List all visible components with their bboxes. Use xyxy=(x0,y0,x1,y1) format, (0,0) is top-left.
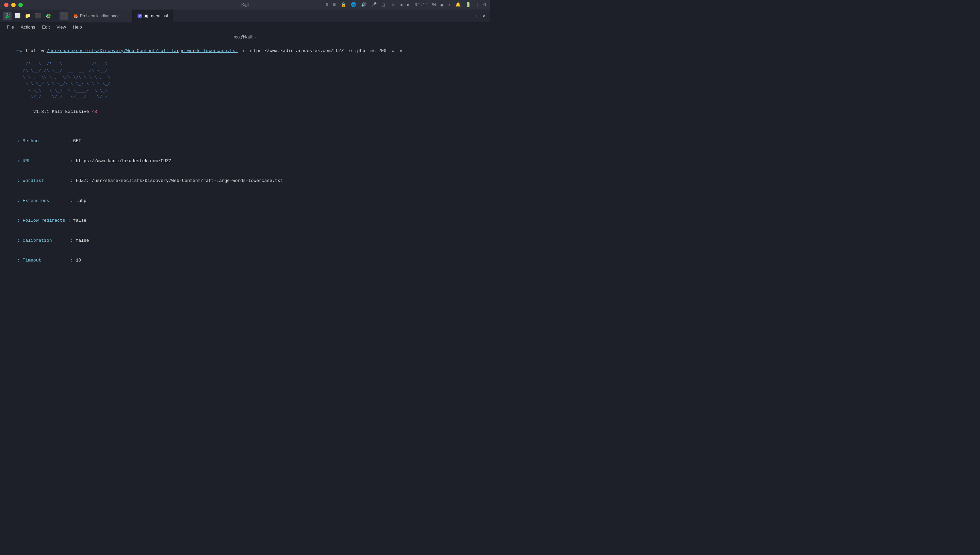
version-text: v1.3.1 Kali Exclusive xyxy=(14,109,92,114)
network-icon: 🌐 xyxy=(351,2,356,8)
bell-icon: 🔔 xyxy=(455,2,461,8)
titlebar: Kali ⊞ ⊟ 🔒 🌐 🔊 🎤 🖨 🖥 ◀ ▶ 02:12 PM ▣ ♪ 🔔 … xyxy=(0,0,490,10)
config-timeout: :: Timeout : 10 xyxy=(4,251,486,271)
grid-icon: ⊟ xyxy=(333,2,336,8)
menu-view[interactable]: View xyxy=(53,22,69,32)
sep-icon: | xyxy=(476,2,479,8)
mic-icon: 🎤 xyxy=(371,2,377,8)
firefox-icon: 🦊 xyxy=(73,14,78,18)
window-title: Kali xyxy=(241,2,249,8)
ascii-art-line5: \ \_\ \ \_\ \ \____/ \ \_\ xyxy=(4,87,486,94)
kali-dragon-icon[interactable]: 🐉 xyxy=(3,11,11,21)
terminal-title: root@Kali: ~ xyxy=(234,35,257,39)
ascii-art-line6: \/_/ \/_/ \/___/ \/_/ xyxy=(4,94,486,101)
lock-icon: 🔒 xyxy=(341,2,346,8)
command-flags: -u https://www.kadinlaradestek.com/FUZZ … xyxy=(238,48,403,53)
maximize-btn[interactable]: □ xyxy=(477,14,479,18)
battery-icon: 🔋 xyxy=(466,2,471,8)
version-heart: <3 xyxy=(92,109,97,114)
taskbar-separator xyxy=(56,13,56,19)
tab-bar: 🦊 Problem loading page – ... 2 ▣ qtermin… xyxy=(68,10,469,22)
desktop-icon[interactable]: ⬜ xyxy=(13,11,22,21)
config-wordlist: :: Wordlist : FUZZ: /usr/share/seclists/… xyxy=(4,171,486,191)
volume-icon: 🔊 xyxy=(361,2,366,8)
ascii-art-line4: \ \ \_/ \ \ \_/\ \ \_\ \ \ \ \_/ xyxy=(4,80,486,87)
terminal2-icon[interactable]: ⬛ xyxy=(59,11,68,21)
version-line: v1.3.1 Kali Exclusive <3 xyxy=(4,102,486,122)
back-icon: ◀ xyxy=(400,2,403,8)
fwd-icon: ▶ xyxy=(407,2,410,8)
maximize-button[interactable] xyxy=(18,3,23,7)
qterminal-icon: ▣ xyxy=(144,14,149,18)
menu-file[interactable]: File xyxy=(3,22,18,32)
close-button[interactable] xyxy=(4,3,8,7)
menu-edit[interactable]: Edit xyxy=(39,22,53,32)
tab-problem-loading[interactable]: 🦊 Problem loading page – ... xyxy=(68,10,133,22)
file-manager-icon[interactable]: 📁 xyxy=(23,11,32,21)
config-extensions: :: Extensions : .php xyxy=(4,191,486,211)
config-method: :: Method : GET xyxy=(4,131,486,151)
minimize-button[interactable] xyxy=(11,3,16,7)
kali-menu-icon[interactable]: 🐲 xyxy=(43,11,52,21)
wordlist-path: /usr/share/seclists/Discovery/Web-Conten… xyxy=(47,48,238,53)
titlebar-buttons xyxy=(4,3,23,7)
ascii-art-line2: /\ \__/ /\ \__/ __ __ /\ \__/ xyxy=(4,67,486,74)
menu-help[interactable]: Help xyxy=(69,22,85,32)
titlebar-controls: ⊞ ⊟ 🔒 🌐 🔊 🎤 🖨 🖥 ◀ ▶ 02:12 PM ▣ ♪ 🔔 🔋 | G xyxy=(326,2,486,8)
system-tray: — □ ✕ xyxy=(469,14,490,18)
config-follow-redirects: :: Follow redirects : false xyxy=(4,211,486,231)
tab-qterminal[interactable]: 2 ▣ qterminal xyxy=(133,10,173,22)
config-calibration: :: Calibration : false xyxy=(4,231,486,251)
close-btn[interactable]: ✕ xyxy=(482,14,486,18)
command-line: └─# ffuf -w /usr/share/seclists/Discover… xyxy=(4,41,486,61)
menu-actions[interactable]: Actions xyxy=(18,22,39,32)
menubar: File Actions Edit View Help xyxy=(0,22,490,32)
terminal-window[interactable]: root@Kali: ~ └─# ffuf -w /usr/share/secl… xyxy=(0,32,490,278)
separator-line: ________________________________________… xyxy=(4,123,486,130)
time-display: 02:12 PM xyxy=(414,2,435,8)
restore-btn[interactable]: — xyxy=(469,14,473,18)
taskbar: 🐉 ⬜ 📁 ⬛ 🐲 ⬛ 🦊 Problem loading page – ...… xyxy=(0,10,490,22)
sound2-icon: ♪ xyxy=(448,2,451,8)
config-url: :: URL : https://www.kadinlaradestek.com… xyxy=(4,151,486,171)
printer-icon: 🖨 xyxy=(381,2,386,8)
tab-label-browser: Problem loading page – ... xyxy=(80,14,128,18)
tab-label-terminal: qterminal xyxy=(151,14,168,18)
config-threads: :: Threads : 40 xyxy=(4,270,486,278)
taskbar-left: 🐉 ⬜ 📁 ⬛ 🐲 ⬛ xyxy=(0,11,68,21)
command-ffuf: ffuf -w xyxy=(25,48,46,53)
display-icon: ⊞ xyxy=(326,2,328,8)
terminal-icon[interactable]: ⬛ xyxy=(33,11,42,21)
ascii-art-line1: /'___\ /'___\ /'___\ xyxy=(4,61,486,68)
screen-icon: 🖥 xyxy=(390,2,395,8)
tab-badge: 2 xyxy=(138,14,142,18)
prompt-symbol: └─# xyxy=(14,48,25,53)
terminal-title-bar: root@Kali: ~ xyxy=(4,35,486,39)
monitor2-icon: ▣ xyxy=(441,2,443,8)
user-icon: G xyxy=(483,2,486,8)
ascii-art-line3: \ \ ,__\\ \ ,__\/\ \/\ \ \ \ ,__\ xyxy=(4,74,486,81)
